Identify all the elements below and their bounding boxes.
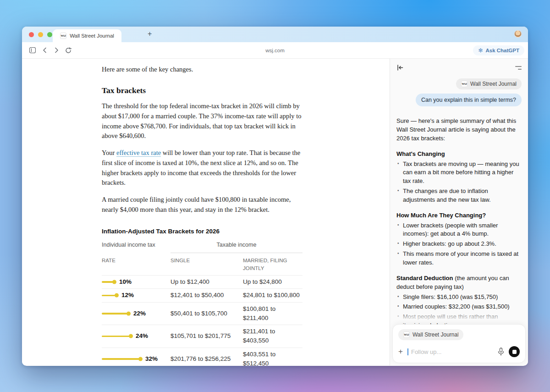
section-heading: How Much Are They Changing? <box>396 211 522 220</box>
desktop-wallpaper: WSJ Wall Street Journal + wsj.com ✻ <box>0 0 550 392</box>
source-chip-label: Wall Street Journal <box>470 81 517 87</box>
back-icon[interactable] <box>38 45 50 56</box>
tab-wall-street-journal[interactable]: WSJ Wall Street Journal <box>53 29 121 42</box>
rate-label: 24% <box>136 331 148 341</box>
rate-cell: 22% <box>102 309 170 318</box>
paragraph-text: Your <box>102 149 116 156</box>
bullet-item: Lower brackets (people with smaller inco… <box>396 221 522 239</box>
rate-column-header: RATE <box>102 257 170 273</box>
followup-input[interactable]: Follow up... <box>411 348 493 355</box>
chatgpt-logo-icon: ✻ <box>478 47 483 54</box>
article-paragraph: The threshold for the top federal income… <box>102 101 302 141</box>
table-row: 22%$50,401 to $105,700$100,801 to $211,4… <box>102 302 302 325</box>
table-row: 24%$105,701 to $201,775$211,401 to $403,… <box>102 325 302 348</box>
browser-window: WSJ Wall Street Journal + wsj.com ✻ <box>22 27 528 366</box>
zoom-window-button[interactable] <box>47 32 52 37</box>
article-heading-tax-brackets: Tax brackets <box>102 84 302 96</box>
rate-label: 22% <box>133 309 146 318</box>
composer: WSJ Wall Street Journal + Follow up... <box>392 324 526 363</box>
user-message-bubble: Can you explain this in simple terms? <box>416 94 522 106</box>
article-paragraph: Your effective tax rate will be lower th… <box>102 148 302 188</box>
table-row: 12%$12,401 to $50,400$24,801 to $100,800 <box>102 288 302 302</box>
bullet-list: Tax brackets are moving up — meaning you… <box>396 160 522 204</box>
table-title: Inflation-Adjusted Tax Brackets for 2026 <box>102 227 302 236</box>
rate-cell: 12% <box>102 291 170 300</box>
minimize-window-button[interactable] <box>38 32 43 37</box>
rate-label: 10% <box>119 277 132 287</box>
table-span-labels: Individual income tax Taxable income <box>102 241 302 253</box>
married-cell: $403,551 to $512,450 <box>243 350 302 366</box>
taxable-income-label: Taxable income <box>170 241 302 253</box>
single-cell: $12,401 to $50,400 <box>170 291 243 300</box>
rate-bar <box>102 336 131 337</box>
toolbar: wsj.com ✻ Ask ChatGPT <box>22 42 528 59</box>
article-pane: Here are some of the key changes. Tax br… <box>22 59 390 365</box>
source-chip[interactable]: WSJ Wall Street Journal <box>456 78 522 89</box>
rate-bar <box>102 313 129 315</box>
user-avatar[interactable] <box>514 30 522 38</box>
tax-brackets-table: Inflation-Adjusted Tax Brackets for 2026… <box>102 227 302 366</box>
new-tab-button[interactable]: + <box>148 30 152 38</box>
married-cell: $211,401 to $403,550 <box>243 327 302 346</box>
assistant-intro: Sure — here's a simple summary of what t… <box>396 116 522 143</box>
bullet-item: Higher brackets: go up about 2.3%. <box>396 240 522 248</box>
individual-income-tax-label: Individual income tax <box>102 241 170 253</box>
single-cell: $105,701 to $201,775 <box>170 331 243 341</box>
rate-bar <box>102 358 141 360</box>
reload-icon[interactable] <box>62 45 74 56</box>
single-column-header: SINGLE <box>170 257 243 273</box>
bullet-item: Tax brackets are moving up — meaning you… <box>396 160 522 186</box>
rate-bar <box>102 295 117 297</box>
rate-bar <box>102 281 115 283</box>
tab-bar: WSJ Wall Street Journal + <box>22 27 528 42</box>
section-heading: Standard Deduction (the amount you can d… <box>396 274 522 292</box>
chat-options-icon[interactable] <box>515 66 522 70</box>
assistant-section: Standard Deduction (the amount you can d… <box>396 274 522 330</box>
stop-button[interactable] <box>509 346 520 357</box>
single-cell: $201,776 to $256,225 <box>170 354 243 364</box>
single-cell: Up to $12,400 <box>170 277 243 287</box>
bullet-item: Married couples: $32,200 (was $31,500) <box>396 303 522 311</box>
composer-source-chip[interactable]: WSJ Wall Street Journal <box>398 329 463 340</box>
composer-chip-label: Wall Street Journal <box>412 331 458 338</box>
chat-thread: WSJ Wall Street Journal Can you explain … <box>390 78 528 364</box>
effective-tax-rate-link[interactable]: effective tax rate <box>116 149 161 157</box>
married-cell: $24,801 to $100,800 <box>243 291 302 300</box>
ask-chatgpt-label: Ask ChatGPT <box>486 48 520 53</box>
bullet-list: Lower brackets (people with smaller inco… <box>396 221 522 267</box>
stop-square-icon <box>512 350 517 354</box>
ask-chatgpt-button[interactable]: ✻ Ask ChatGPT <box>473 45 524 55</box>
rate-cell: 24% <box>102 331 170 341</box>
wsj-favicon-icon: WSJ <box>403 331 410 338</box>
bullet-item: The changes are due to inflation adjustm… <box>396 187 522 204</box>
forward-icon[interactable] <box>50 45 62 56</box>
text-cursor <box>407 348 408 355</box>
table-row: 10%Up to $12,400Up to $24,800 <box>102 275 302 288</box>
table-header-row: RATE SINGLE MARRIED, FILING JOINTLY <box>102 253 302 276</box>
bullet-item: Single filers: $16,100 (was $15,750) <box>396 293 522 302</box>
tax-table-rows: 10%Up to $12,400Up to $24,80012%$12,401 … <box>102 275 302 366</box>
rate-label: 32% <box>145 354 158 364</box>
chatgpt-sidebar: WSJ Wall Street Journal Can you explain … <box>390 59 528 365</box>
assistant-section: How Much Are They Changing?Lower bracket… <box>396 211 522 267</box>
rate-label: 12% <box>121 291 134 300</box>
sidebar-toggle-icon[interactable] <box>27 45 38 56</box>
microphone-icon[interactable] <box>498 348 504 356</box>
close-window-button[interactable] <box>29 32 34 37</box>
collapse-sidebar-icon[interactable] <box>396 64 404 71</box>
article-intro: Here are some of the key changes. <box>102 65 302 75</box>
address-bar-url[interactable]: wsj.com <box>22 48 528 53</box>
married-cell: Up to $24,800 <box>243 277 302 287</box>
sidebar-header <box>390 59 528 71</box>
wsj-favicon-icon: WSJ <box>60 33 66 39</box>
traffic-lights <box>29 32 52 37</box>
table-row: 32%$201,776 to $256,225$403,551 to $512,… <box>102 348 302 366</box>
bullet-item: This means more of your income is taxed … <box>396 250 522 267</box>
section-heading: What's Changing <box>396 150 522 159</box>
wsj-favicon-icon: WSJ <box>461 81 468 87</box>
single-cell: $50,401 to $105,700 <box>170 309 243 318</box>
married-column-header: MARRIED, FILING JOINTLY <box>243 257 302 273</box>
tab-title: Wall Street Journal <box>70 33 114 39</box>
rate-cell: 32% <box>102 354 170 364</box>
attach-plus-icon[interactable]: + <box>398 348 403 355</box>
